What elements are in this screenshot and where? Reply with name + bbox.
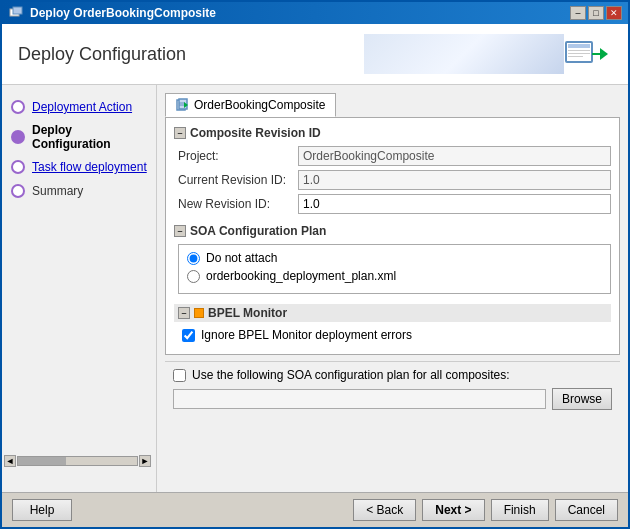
svg-rect-3 [568,44,590,48]
step-icon-2 [10,129,26,145]
soa-all-composites-checkbox[interactable] [173,369,186,382]
current-revision-label: Current Revision ID: [178,173,298,187]
panel-content: – Composite Revision ID Project: Current… [165,117,620,355]
step-icon-4 [10,183,26,199]
project-row: Project: [174,146,611,166]
right-panel: OrderBookingComposite – Composite Revisi… [157,85,628,492]
project-input[interactable] [298,146,611,166]
cancel-button[interactable]: Cancel [555,499,618,521]
svg-rect-1 [13,7,22,14]
scroll-track [17,456,138,466]
svg-rect-6 [568,56,583,57]
bpel-toggle[interactable]: – [178,307,190,319]
footer-buttons: < Back Next > Finish Cancel [353,499,618,521]
header-decoration [364,34,564,74]
sidebar-label-deploy-configuration: Deploy Configuration [32,123,148,151]
sidebar-label-deployment-action: Deployment Action [32,100,132,114]
composite-revision-header: – Composite Revision ID [174,126,611,140]
sidebar-label-task-flow: Task flow deployment [32,160,147,174]
current-revision-input [298,170,611,190]
new-revision-label: New Revision ID: [178,197,298,211]
bpel-section: – BPEL Monitor Ignore BPEL Monitor deplo… [174,304,611,342]
sidebar-item-task-flow[interactable]: Task flow deployment [2,155,156,179]
soa-input-row: Browse [173,388,612,410]
project-label: Project: [178,149,298,163]
sidebar-label-summary: Summary [32,184,83,198]
title-bar: Deploy OrderBookingComposite – □ ✕ [2,2,628,24]
composite-revision-section: – Composite Revision ID Project: Current… [174,126,611,214]
tab-bar: OrderBookingComposite [165,93,620,117]
footer: Help < Back Next > Finish Cancel [2,492,628,527]
minimize-button[interactable]: – [570,6,586,20]
new-revision-row: New Revision ID: [174,194,611,214]
soa-config-header: – SOA Configuration Plan [174,224,611,238]
soa-config-section: – SOA Configuration Plan Do not attach o… [174,224,611,294]
radio-do-not-attach-label[interactable]: Do not attach [206,251,277,265]
soa-all-composites-row: Use the following SOA configuration plan… [173,368,612,382]
deploy-icon [564,36,612,72]
content-area: Deploy Configuration [2,24,628,527]
scroll-right-btn[interactable]: ► [139,455,151,467]
composite-revision-title: Composite Revision ID [190,126,321,140]
radio-deployment-plan-label[interactable]: orderbooking_deployment_plan.xml [206,269,396,283]
browse-button[interactable]: Browse [552,388,612,410]
bottom-area: Use the following SOA configuration plan… [165,361,620,416]
svg-rect-4 [568,50,590,51]
finish-button[interactable]: Finish [491,499,549,521]
sidebar: Deployment Action Deploy Configuration T… [2,85,157,492]
window-title: Deploy OrderBookingComposite [30,6,216,20]
svg-marker-7 [600,48,608,60]
scroll-thumb[interactable] [18,457,66,465]
tab-label: OrderBookingComposite [194,98,325,112]
bpel-checkbox[interactable] [182,329,195,342]
current-revision-row: Current Revision ID: [174,170,611,190]
soa-path-input[interactable] [173,389,546,409]
soa-config-box: Do not attach orderbooking_deployment_pl… [178,244,611,294]
close-button[interactable]: ✕ [606,6,622,20]
sidebar-item-summary: Summary [2,179,156,203]
radio-deployment-plan-row: orderbooking_deployment_plan.xml [187,269,602,283]
bpel-checkbox-row: Ignore BPEL Monitor deployment errors [174,328,611,342]
bpel-header: – BPEL Monitor [174,304,611,322]
help-button[interactable]: Help [12,499,72,521]
main-window: Deploy OrderBookingComposite – □ ✕ Deplo… [0,0,630,529]
step-icon-1 [10,99,26,115]
scroll-left-btn[interactable]: ◄ [4,455,16,467]
bpel-warning-icon [194,308,204,318]
radio-do-not-attach-row: Do not attach [187,251,602,265]
composite-revision-toggle[interactable]: – [174,127,186,139]
next-button[interactable]: Next > [422,499,484,521]
radio-deployment-plan[interactable] [187,270,200,283]
page-header: Deploy Configuration [2,24,628,85]
soa-all-composites-label[interactable]: Use the following SOA configuration plan… [192,368,510,382]
svg-rect-5 [568,53,590,54]
soa-config-title: SOA Configuration Plan [190,224,326,238]
maximize-button[interactable]: □ [588,6,604,20]
app-icon [8,5,24,21]
tab-order-booking[interactable]: OrderBookingComposite [165,93,336,117]
tab-icon [176,98,190,112]
radio-do-not-attach[interactable] [187,252,200,265]
page-title: Deploy Configuration [18,44,186,65]
step-icon-3 [10,159,26,175]
bpel-checkbox-label[interactable]: Ignore BPEL Monitor deployment errors [201,328,412,342]
main-area: Deployment Action Deploy Configuration T… [2,85,628,492]
back-button[interactable]: < Back [353,499,416,521]
soa-config-toggle[interactable]: – [174,225,186,237]
sidebar-item-deploy-configuration[interactable]: Deploy Configuration [2,119,156,155]
new-revision-input[interactable] [298,194,611,214]
sidebar-item-deployment-action[interactable]: Deployment Action [2,95,156,119]
window-controls: – □ ✕ [570,6,622,20]
bpel-title: BPEL Monitor [208,306,287,320]
